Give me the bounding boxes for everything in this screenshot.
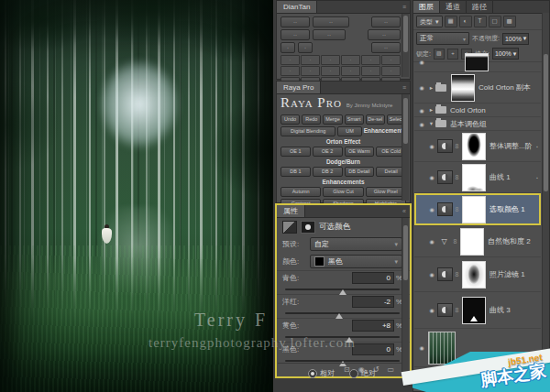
scrollbar-thumb[interactable] — [544, 54, 548, 191]
action-button[interactable]: ·· — [280, 29, 310, 40]
colors-select[interactable]: 黑色 ▾ — [310, 255, 402, 268]
group-collapsed-icon[interactable]: ► — [427, 107, 435, 113]
filter-smartobject-icon[interactable]: ▩ — [503, 16, 516, 27]
raya-um-button[interactable]: UM — [337, 126, 361, 136]
layer-mask-thumbnail[interactable] — [462, 164, 486, 191]
group-collapsed-icon[interactable]: ► — [427, 85, 435, 91]
panel-collapse-icon[interactable]: « — [400, 205, 410, 217]
filter-type-select[interactable]: 类型 ▾ — [416, 16, 443, 27]
mask-link-icon[interactable]: 8 — [453, 271, 461, 278]
vibrance-adjustment-icon[interactable]: ▽ — [437, 237, 451, 245]
mask-link-icon[interactable]: 8 — [453, 206, 461, 212]
action-button[interactable]: ·· — [280, 16, 310, 27]
layer-row[interactable]: ◉ 8 曲线 1 ▪ — [414, 162, 541, 193]
action-mini-button[interactable]: · — [280, 55, 300, 65]
curves-adjustment-icon[interactable] — [437, 303, 453, 317]
layer-mask-icon[interactable] — [301, 221, 315, 234]
action-mini-button[interactable]: · — [381, 55, 401, 65]
tab-raya-pro[interactable]: Raya Pro — [277, 82, 321, 93]
action-mini-button[interactable]: · — [341, 66, 360, 76]
eye-icon[interactable]: ◉ — [426, 206, 437, 212]
magenta-slider[interactable] — [285, 312, 400, 314]
cyan-slider-thumb[interactable] — [339, 289, 346, 295]
scrollbar[interactable] — [402, 218, 409, 375]
scrollbar[interactable] — [402, 94, 409, 201]
layer-mask-thumbnail[interactable] — [462, 133, 486, 160]
db-detail-button[interactable]: DB Detail — [345, 167, 375, 177]
action-mini-button[interactable]: · — [280, 42, 295, 53]
action-mini-button[interactable]: · — [280, 66, 300, 76]
action-mini-button[interactable]: · — [321, 55, 340, 65]
cyan-slider[interactable] — [285, 289, 400, 290]
autumn-button[interactable]: Autumn — [280, 187, 321, 197]
filter-pixel-icon[interactable]: ▦ — [445, 16, 457, 27]
yellow-value-field[interactable]: +8 — [352, 320, 394, 332]
action-mini-button[interactable]: · — [301, 55, 320, 65]
layer-mask-thumbnail[interactable] — [462, 261, 486, 289]
eye-icon[interactable]: ◉ — [416, 121, 427, 127]
action-button[interactable]: ·· — [313, 16, 349, 27]
action-mini-button[interactable]: · — [361, 55, 380, 65]
glow-cut-button[interactable]: Glow Cut — [323, 187, 363, 197]
scrollbar-thumb[interactable] — [403, 16, 408, 52]
action-button[interactable]: ·· — [313, 29, 346, 40]
raya-digital-blending-button[interactable]: Digital Blending — [280, 126, 336, 136]
eye-icon[interactable]: ◉ — [426, 174, 437, 180]
layer-row[interactable]: ◉ ▽ 8 自然饱和度 2 — [414, 226, 541, 257]
panel-menu-icon[interactable]: ≡ — [400, 82, 410, 93]
eye-icon[interactable]: ◉ — [426, 307, 437, 313]
layer-row[interactable]: ◉ 8 曲线 3 — [414, 292, 541, 329]
action-button[interactable]: ·· — [368, 29, 401, 40]
action-button[interactable]: ·· — [371, 42, 401, 53]
eye-icon[interactable]: ◉ — [416, 59, 427, 65]
curves-adjustment-icon[interactable] — [437, 170, 453, 184]
reset-icon[interactable]: ↺ — [373, 365, 380, 374]
layer-row[interactable]: ◉ — [414, 52, 541, 72]
tab-actions[interactable]: DianTan — [277, 1, 317, 13]
action-button[interactable]: ·· — [371, 16, 401, 27]
action-mini-button[interactable]: · — [341, 55, 360, 65]
layer-group-row[interactable]: ◉ ► Cold Orton 副本 — [414, 72, 541, 103]
tab-channels[interactable]: 通道 — [440, 1, 467, 13]
group-expanded-icon[interactable]: ▼ — [427, 121, 435, 126]
action-mini-button[interactable]: · — [298, 42, 313, 53]
filter-shape-icon[interactable]: ▢ — [489, 16, 501, 27]
eye-icon[interactable]: ◉ — [416, 84, 427, 91]
layer-group-row[interactable]: ◉ ► Cold Orton — [414, 103, 541, 117]
scrollbar[interactable] — [542, 13, 549, 391]
mask-link-icon[interactable]: 8 — [453, 174, 461, 180]
mask-link-icon[interactable]: 8 — [453, 307, 461, 313]
scrollbar[interactable] — [402, 14, 409, 77]
layer-group-row[interactable]: ◉ ▼ 基本调色组 — [414, 117, 541, 131]
group-mask-thumbnail[interactable] — [451, 74, 475, 102]
db2-button[interactable]: DB 2 — [313, 167, 343, 177]
black-value-field[interactable]: 0 — [352, 343, 394, 355]
delete-icon[interactable]: ▭ — [387, 365, 394, 374]
raya-desel-button[interactable]: De-sel — [366, 114, 385, 125]
cyan-value-field[interactable]: 0 — [352, 272, 394, 284]
clip-to-layer-icon[interactable]: ⊡ — [344, 365, 350, 374]
tab-paths[interactable]: 路径 — [467, 1, 493, 13]
filter-type-icon[interactable]: T — [474, 16, 487, 27]
oe1-button[interactable]: OE 1 — [280, 147, 311, 157]
selective-color-adjustment-icon[interactable] — [437, 202, 453, 216]
scrollbar-thumb[interactable] — [403, 225, 408, 280]
layer-mask-thumbnail[interactable] — [462, 196, 486, 223]
oe2-button[interactable]: OE 2 — [313, 147, 343, 157]
magenta-slider-thumb[interactable] — [336, 313, 343, 319]
opacity-field[interactable]: 100% ▾ — [502, 33, 529, 45]
eye-icon[interactable]: ◉ — [416, 344, 427, 351]
action-mini-button[interactable]: · — [301, 66, 320, 76]
mask-link-icon[interactable]: 8 — [451, 238, 459, 245]
eye-icon[interactable]: ◉ — [416, 107, 427, 114]
tab-properties[interactable]: 属性 — [277, 205, 305, 217]
panel-menu-icon[interactable]: ≡ — [400, 1, 410, 13]
visibility-icon[interactable]: ◉ — [358, 365, 365, 374]
scrollbar-thumb[interactable] — [403, 98, 408, 144]
oe-warm-button[interactable]: OE Warm — [345, 147, 375, 157]
raya-undo-button[interactable]: Undo — [280, 114, 300, 125]
raya-merge-button[interactable]: Merge — [323, 114, 342, 125]
eye-icon[interactable]: ◉ — [426, 271, 437, 278]
filter-adjustment-icon[interactable]: ◐ — [459, 16, 472, 27]
db1-button[interactable]: DB 1 — [280, 167, 311, 177]
